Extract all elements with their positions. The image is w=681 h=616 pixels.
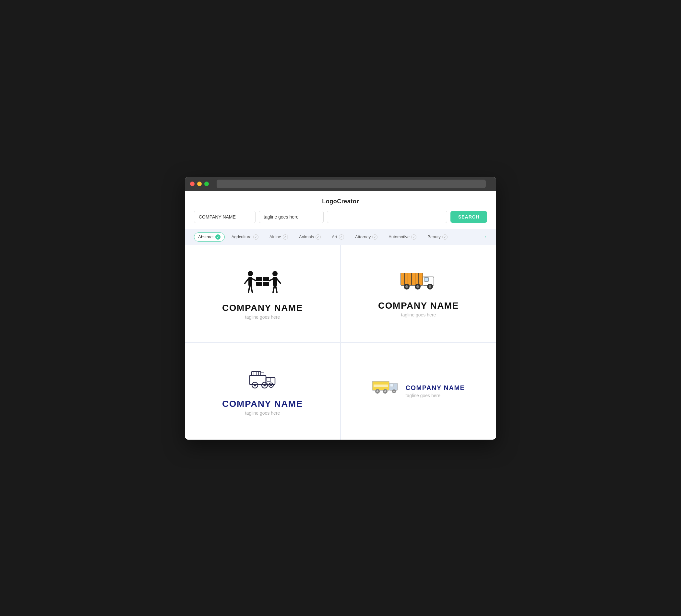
svg-point-52	[393, 390, 395, 392]
filter-chip-abstract[interactable]: Abstract	[194, 232, 225, 241]
logo-icon-truck-flat	[372, 377, 400, 400]
svg-rect-22	[424, 278, 429, 281]
logo-grid: COMPANY NAME tagline goes here	[185, 245, 496, 440]
svg-point-24	[405, 285, 408, 288]
logo-2-tagline: tagline goes here	[401, 312, 436, 317]
logo-card-3[interactable]: COMPANY NAME tagline goes here	[185, 342, 340, 440]
svg-rect-29	[250, 376, 266, 385]
check-icon-art	[339, 234, 344, 239]
app-content: LogoCreator SEARCH Abstract Agriculture …	[185, 191, 496, 440]
logo-3-company: COMPANY NAME	[222, 399, 303, 409]
svg-point-28	[429, 285, 431, 288]
logo-4-tagline: tagline goes here	[406, 393, 465, 398]
filter-bar: Abstract Agriculture Airline Animals Art…	[185, 229, 496, 245]
browser-window: LogoCreator SEARCH Abstract Agriculture …	[185, 177, 496, 440]
logo-2-company: COMPANY NAME	[378, 301, 459, 311]
svg-point-48	[377, 390, 378, 392]
company-name-input[interactable]	[194, 211, 255, 223]
svg-rect-46	[390, 384, 393, 387]
filter-next-arrow[interactable]: →	[481, 233, 487, 240]
check-icon-airline	[283, 234, 288, 239]
check-icon-abstract	[215, 234, 221, 239]
tagline-input[interactable]	[259, 211, 324, 223]
close-button[interactable]	[190, 182, 195, 186]
logo-4-company: COMPANY NAME	[406, 384, 465, 392]
logo-1-tagline: tagline goes here	[245, 314, 280, 320]
filter-label-beauty: Beauty	[427, 234, 440, 239]
app-title: LogoCreator	[185, 191, 496, 211]
filter-label-art: Art	[332, 234, 337, 239]
svg-point-38	[254, 384, 256, 386]
logo-card-2[interactable]: COMPANY NAME tagline goes here	[340, 245, 496, 342]
filter-chip-animals[interactable]: Animals	[295, 232, 325, 241]
search-button[interactable]: SEARCH	[450, 211, 487, 223]
check-icon-beauty	[442, 234, 448, 239]
maximize-button[interactable]	[204, 182, 209, 186]
filter-label-attorney: Attorney	[355, 234, 371, 239]
filter-label-agriculture: Agriculture	[231, 234, 252, 239]
filter-chip-agriculture[interactable]: Agriculture	[227, 232, 263, 241]
svg-line-4	[248, 286, 250, 292]
check-icon-attorney	[372, 234, 377, 239]
svg-point-6	[272, 271, 278, 276]
svg-point-50	[384, 390, 386, 392]
filter-label-automotive: Automotive	[388, 234, 409, 239]
filter-chip-beauty[interactable]: Beauty	[423, 232, 451, 241]
address-bar[interactable]	[217, 180, 486, 188]
svg-rect-7	[273, 277, 277, 286]
check-icon-animals	[316, 234, 321, 239]
logo-card-4[interactable]: COMPANY NAME tagline goes here	[340, 342, 496, 440]
filter-label-airline: Airline	[270, 234, 281, 239]
svg-line-5	[251, 286, 252, 292]
logo-1-company: COMPANY NAME	[222, 303, 303, 313]
svg-rect-31	[267, 378, 271, 381]
filter-chip-airline[interactable]: Airline	[265, 232, 292, 241]
svg-point-42	[270, 384, 272, 386]
filter-label-abstract: Abstract	[198, 234, 214, 239]
logo-card-1[interactable]: COMPANY NAME tagline goes here	[185, 245, 340, 342]
filter-chip-attorney[interactable]: Attorney	[351, 232, 382, 241]
filter-chip-automotive[interactable]: Automotive	[384, 232, 421, 241]
logo-3-tagline: tagline goes here	[245, 410, 280, 416]
svg-line-2	[245, 279, 248, 283]
logo-4-inline: COMPANY NAME tagline goes here	[372, 377, 465, 405]
svg-point-0	[248, 271, 253, 276]
logo-icon-truck-orange	[401, 270, 436, 296]
extra-input[interactable]	[327, 211, 447, 223]
check-icon-agriculture	[253, 234, 258, 239]
logo-4-texts: COMPANY NAME tagline goes here	[406, 384, 465, 398]
svg-line-10	[273, 286, 274, 292]
svg-line-11	[276, 286, 277, 292]
browser-titlebar	[185, 177, 496, 191]
svg-rect-1	[248, 277, 252, 286]
svg-rect-44	[374, 385, 388, 387]
svg-line-8	[277, 279, 280, 283]
filter-label-animals: Animals	[299, 234, 314, 239]
minimize-button[interactable]	[197, 182, 202, 186]
check-icon-automotive	[411, 234, 417, 239]
svg-rect-15	[401, 273, 423, 285]
svg-point-26	[417, 285, 419, 288]
logo-icon-movers	[243, 267, 282, 298]
search-bar: SEARCH	[185, 211, 496, 229]
filter-chip-art[interactable]: Art	[328, 232, 348, 241]
logo-icon-truck-boxes	[247, 366, 279, 393]
svg-point-40	[263, 384, 266, 386]
